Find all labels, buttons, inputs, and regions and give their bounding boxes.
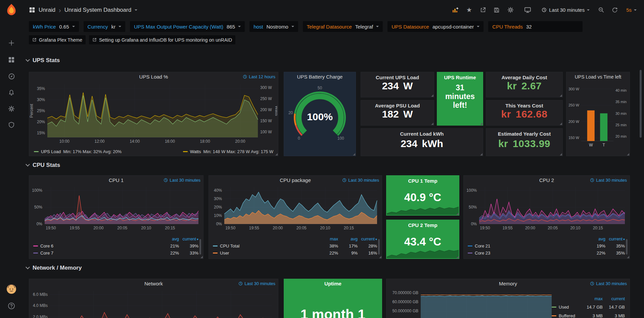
panel-estimated-yearly-cost: Estimated Yearly Cost kr 1033.99	[486, 128, 563, 156]
variable-cpu-threads-input[interactable]: CPU Threads 32	[488, 21, 583, 32]
zoom-out-button[interactable]	[595, 5, 607, 15]
cpu1-chart[interactable]: 0%50%100%19:5019:5520:0020:0520:1020:15	[29, 185, 202, 231]
panel-time-range[interactable]: Last 30 minutes	[342, 178, 379, 183]
svg-text:150 W: 150 W	[568, 136, 579, 140]
caret-down-icon	[72, 26, 75, 27]
legend-scrollbar[interactable]	[199, 239, 201, 255]
chart-legend: max avg current▾ CPU Total 38% 17% 28% U…	[213, 235, 377, 257]
panel-time-range[interactable]: Last 12 hours	[243, 74, 275, 79]
legend-col-max[interactable]: max	[319, 236, 338, 241]
configuration-gear-icon[interactable]	[7, 104, 16, 113]
variable-kwh-price[interactable]: kWh Price 0.65	[29, 21, 79, 32]
alerting-bell-icon[interactable]	[7, 88, 16, 97]
svg-text:20:15: 20:15	[344, 226, 354, 230]
stat-value: kr 1033.99	[486, 138, 562, 149]
svg-text:0: 0	[298, 136, 300, 141]
svg-text:12:00: 12:00	[94, 139, 104, 144]
panel-title[interactable]: UPS Battery Charge	[284, 72, 356, 82]
svg-text:100 W: 100 W	[260, 130, 272, 134]
share-dashboard-button[interactable]	[477, 5, 489, 15]
svg-text:15%: 15%	[37, 131, 45, 135]
panel-time-range[interactable]: Last 30 minutes	[238, 281, 275, 286]
cycle-view-mode-monitor-icon[interactable]	[522, 5, 533, 15]
series-swatch	[468, 245, 472, 246]
svg-text:19:55: 19:55	[249, 226, 259, 230]
series-swatch	[552, 315, 556, 316]
legend-col-avg[interactable]: avg	[586, 236, 605, 241]
series-name[interactable]: Watts	[190, 149, 201, 154]
add-panel-button[interactable]	[450, 5, 461, 15]
panel-time-range[interactable]: Last 30 minutes	[590, 281, 627, 286]
variable-host[interactable]: host Nostromo	[249, 21, 298, 32]
network-chart[interactable]: 2.0 MBs4.0 MBs6.0 MBs19:5019:5520:0020:0…	[29, 288, 277, 318]
ups-load-chart[interactable]: 15%20%25%30%35%100 W150 W200 W250 W300 W…	[29, 82, 277, 145]
panel-time-range[interactable]: Last 30 minutes	[590, 178, 627, 183]
breadcrumb-dashboard-title[interactable]: Unraid System Dashboard	[64, 7, 131, 13]
cpu2-chart[interactable]: 0%50%100%19:5019:5520:0020:0520:1020:15	[464, 185, 628, 231]
panel-network: Network Last 30 minutes 2.0 MBs4.0 MBs6.…	[29, 279, 278, 318]
explore-compass-icon[interactable]	[7, 72, 16, 81]
variable-telegraf-datasource[interactable]: Telegraf Datasource Telegraf	[303, 21, 383, 32]
panel-title[interactable]: UPS Load %	[29, 72, 278, 82]
legend-col-current[interactable]: current▾	[179, 236, 198, 241]
svg-text:35 min: 35 min	[615, 100, 627, 104]
breadcrumb-app[interactable]: Unraid	[39, 7, 55, 13]
legend-col-avg[interactable]: avg	[159, 236, 179, 241]
user-avatar[interactable]	[6, 284, 16, 294]
section-network-memory[interactable]: Network / Memory	[26, 265, 82, 271]
create-icon[interactable]	[7, 39, 16, 47]
section-ups-stats[interactable]: UPS Stats	[26, 57, 60, 64]
clock-icon	[542, 7, 547, 12]
page-scrollbar[interactable]	[640, 70, 642, 138]
svg-text:Watts: Watts	[274, 106, 277, 116]
section-cpu-stats[interactable]: CPU Stats	[26, 162, 60, 169]
svg-text:40 min: 40 min	[615, 88, 627, 92]
variable-currency[interactable]: Currency kr	[84, 21, 125, 32]
svg-text:35%: 35%	[37, 86, 45, 91]
save-dashboard-button[interactable]	[491, 5, 502, 15]
help-icon[interactable]	[7, 302, 16, 310]
chevron-down-icon	[26, 57, 30, 62]
svg-text:10%: 10%	[214, 213, 222, 218]
variable-ups-max-output[interactable]: UPS Max Output Power Capacity (Watt) 865	[130, 21, 245, 32]
panel-title[interactable]: Uptime	[284, 279, 382, 288]
dashboard-settings-gear-icon[interactable]	[505, 5, 516, 15]
legend-col-avg[interactable]: avg	[338, 236, 358, 241]
svg-text:20:00: 20:00	[93, 226, 103, 230]
dashboard-dropdown-caret-icon[interactable]	[135, 9, 137, 11]
caret-down-icon	[376, 26, 379, 27]
cpu-package-chart[interactable]: 0%10%20%30%40%19:5019:5520:0020:0520:102…	[209, 185, 380, 231]
svg-text:4.0 MBs: 4.0 MBs	[33, 303, 48, 308]
variable-ups-datasource[interactable]: UPS Datasource apcupsd-container	[387, 21, 484, 32]
legend-scrollbar[interactable]	[626, 239, 628, 255]
svg-text:19:50: 19:50	[46, 226, 56, 230]
panel-time-range[interactable]: Last 30 minutes	[164, 178, 200, 183]
star-dashboard-button[interactable]: ★	[463, 5, 475, 15]
panel-title[interactable]: UPS Load vs Time left	[566, 72, 630, 82]
legend-scrollbar[interactable]	[378, 239, 380, 255]
svg-text:20:10: 20:10	[320, 226, 330, 230]
svg-text:19:55: 19:55	[70, 226, 80, 230]
legend-col-current[interactable]: current▾	[605, 236, 625, 241]
server-admin-shield-icon[interactable]	[7, 121, 16, 129]
svg-text:20:00: 20:00	[273, 226, 283, 230]
panel-cpu-package: CPU package Last 30 minutes 0%10%20%30%4…	[209, 175, 382, 259]
svg-text:30 min: 30 min	[615, 111, 627, 116]
external-link-icon	[92, 38, 97, 42]
legend-col-max[interactable]: max	[581, 296, 603, 301]
time-picker-button[interactable]: Last 30 minutes	[538, 5, 593, 15]
dashboards-icon[interactable]	[7, 55, 16, 64]
link-grafana-plex-theme[interactable]: Grafana Plex Theme	[29, 35, 86, 44]
ups-bars-chart[interactable]: 150 W200 W250 W300 W20 min25 min30 min35…	[566, 82, 630, 150]
legend-col-current[interactable]: current	[603, 296, 625, 301]
link-ups-monitoring-guide[interactable]: Setting up Grafana and InfluxDB for UPS …	[89, 35, 235, 44]
refresh-interval-caret-icon	[634, 9, 637, 11]
legend-col-current[interactable]: current▾	[358, 236, 377, 241]
clock-icon	[342, 178, 347, 182]
grafana-logo-icon[interactable]	[5, 3, 18, 17]
series-name[interactable]: UPS Load	[41, 149, 61, 154]
svg-text:6.0 MBs: 6.0 MBs	[33, 292, 48, 297]
refresh-button[interactable]	[609, 5, 620, 15]
refresh-interval-button[interactable]: 5s	[623, 5, 640, 15]
refresh-interval-label: 5s	[626, 7, 632, 13]
